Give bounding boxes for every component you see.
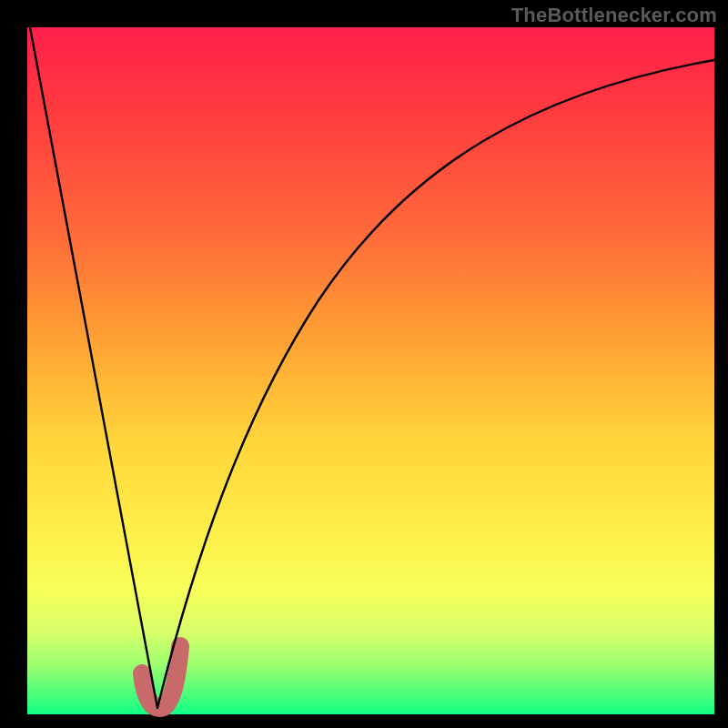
plot-area: [27, 27, 714, 714]
bottleneck-curve: [30, 27, 714, 708]
curve-layer: [27, 27, 714, 714]
watermark-text: TheBottlenecker.com: [511, 4, 717, 27]
chart-stage: TheBottlenecker.com: [0, 0, 728, 728]
